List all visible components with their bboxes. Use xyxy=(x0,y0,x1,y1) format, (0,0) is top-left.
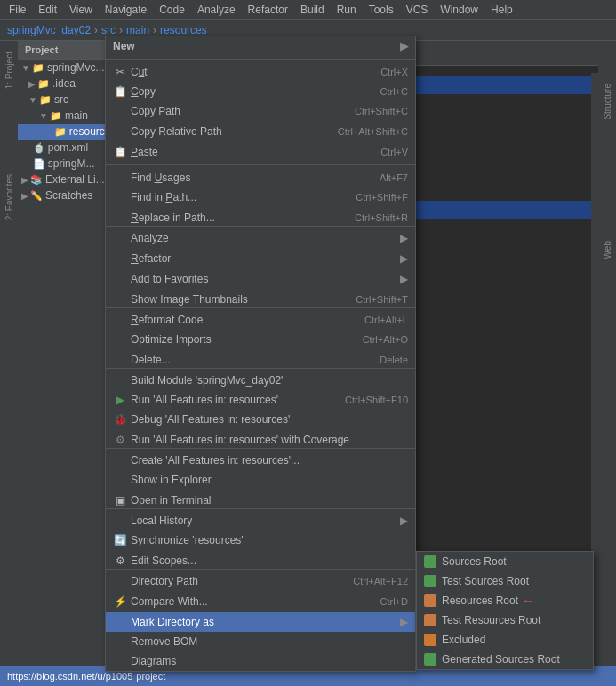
menu-item-run-coverage[interactable]: ⚙ Run 'All Features in: resources' with … xyxy=(106,429,415,449)
menu-item-compare[interactable]: ⚡ Compare With... Ctrl+D xyxy=(106,591,415,610)
menu-refactor[interactable]: Refactor xyxy=(243,2,293,18)
menu-label: Reformat Code xyxy=(131,314,347,326)
menu-item-create[interactable]: Create 'All Features in: resources'... xyxy=(106,451,415,470)
path-segment-1[interactable]: springMvc_day02 xyxy=(7,24,91,36)
menu-item-mark-directory[interactable]: Mark Directory as ▶ xyxy=(106,612,415,632)
menu-item-replace-in-path[interactable]: Replace in Path... Ctrl+Shift+R xyxy=(106,207,415,227)
menubar: File Edit View Navigate Code Analyze Ref… xyxy=(0,0,616,20)
menu-item-edit-scopes[interactable]: ⚙ Edit Scopes... xyxy=(106,550,415,570)
arrow-indicator-icon: ← xyxy=(522,594,534,608)
menu-item-cut[interactable]: ✂ Cut Ctrl+X xyxy=(106,62,415,82)
menu-item-directory-path[interactable]: Directory Path Ctrl+Alt+F12 xyxy=(106,571,415,591)
test-resources-icon xyxy=(424,614,436,626)
submenu-label: Test Sources Root xyxy=(442,575,529,587)
menu-item-local-history[interactable]: Local History ▶ xyxy=(106,511,415,530)
menu-shortcut: Ctrl+V xyxy=(380,147,408,157)
menu-label: Remove BOM xyxy=(131,635,408,648)
tree-arrow: ▼ xyxy=(28,95,37,105)
menu-item-add-favorites[interactable]: Add to Favorites ▶ xyxy=(106,269,415,289)
path-segment-4[interactable]: resources xyxy=(160,24,207,36)
menu-item-show-thumbnails[interactable]: Show Image Thumbnails Ctrl+Shift+T xyxy=(106,289,415,308)
menu-item-find-usages[interactable]: Find Usages Alt+F7 xyxy=(106,168,415,187)
menu-label: Build Module 'springMvc_day02' xyxy=(131,374,408,387)
menu-navigate[interactable]: Navigate xyxy=(100,2,152,18)
right-side-tabs: Structure Web xyxy=(598,41,616,686)
menu-item-optimize[interactable]: Optimize Imports Ctrl+Alt+O xyxy=(106,330,415,349)
left-tab-favorites[interactable]: 2: Favorites xyxy=(3,167,16,227)
menu-analyze[interactable]: Analyze xyxy=(192,2,241,18)
submenu-item-test-resources-root[interactable]: Test Resources Root xyxy=(417,610,593,630)
menu-label: Edit Scopes... xyxy=(131,554,408,567)
menu-item-build-module[interactable]: Build Module 'springMvc_day02' xyxy=(106,371,415,390)
status-suffix: project xyxy=(136,671,165,682)
menu-shortcut: Ctrl+Alt+Shift+C xyxy=(338,126,408,137)
menu-shortcut: Ctrl+Shift+C xyxy=(355,106,408,116)
menu-item-refactor[interactable]: Refactor ▶ xyxy=(106,248,415,267)
sources-root-icon xyxy=(424,555,436,568)
menu-item-diagrams[interactable]: Diagrams xyxy=(106,651,415,671)
menu-shortcut: Ctrl+C xyxy=(380,86,408,97)
menu-item-remove-bom[interactable]: Remove BOM xyxy=(106,632,415,651)
menu-item-copy-relative[interactable]: Copy Relative Path Ctrl+Alt+Shift+C xyxy=(106,121,415,140)
tree-icon: ✏️ xyxy=(30,190,43,202)
submenu-item-sources-root[interactable]: Sources Root xyxy=(417,552,593,571)
menu-item-analyze[interactable]: Analyze ▶ xyxy=(106,228,415,248)
tree-label: pom.xml xyxy=(48,141,88,154)
left-tab-project[interactable]: 1: Project xyxy=(3,44,16,96)
generated-sources-icon xyxy=(424,653,436,666)
menu-shortcut: Ctrl+Shift+F xyxy=(356,192,408,203)
menu-shortcut: Alt+F7 xyxy=(380,172,408,183)
menu-help[interactable]: Help xyxy=(485,2,518,18)
menu-code[interactable]: Code xyxy=(154,2,190,18)
menu-item-reformat[interactable]: Reformat Code Ctrl+Alt+L xyxy=(106,310,415,330)
path-segment-3[interactable]: main xyxy=(126,24,149,36)
path-segment-2[interactable]: src xyxy=(101,24,116,36)
menu-shortcut: Ctrl+X xyxy=(380,67,408,77)
tree-arrow: ▶ xyxy=(28,79,36,89)
menu-item-copy-path[interactable]: Copy Path Ctrl+Shift+C xyxy=(106,101,415,121)
menu-arrow-icon: ▶ xyxy=(400,40,408,52)
menu-item-show-explorer[interactable]: Show in Explorer xyxy=(106,470,415,490)
menu-item-debug[interactable]: 🐞 Debug 'All Features in: resources' xyxy=(106,410,415,429)
right-tab-structure[interactable]: Structure xyxy=(601,76,614,127)
submenu-item-resources-root[interactable]: Resources Root ← xyxy=(417,591,593,610)
menu-item-copy[interactable]: 📋 Copy Ctrl+C xyxy=(106,82,415,101)
sync-icon: 🔄 xyxy=(113,534,127,546)
menu-item-paste[interactable]: 📋 Paste Ctrl+V xyxy=(106,142,415,162)
menu-tools[interactable]: Tools xyxy=(364,2,399,18)
menu-file[interactable]: File xyxy=(4,2,31,18)
tree-icon: 📁 xyxy=(50,110,62,122)
menu-item-sync[interactable]: 🔄 Synchronize 'resources' xyxy=(106,530,415,550)
menu-run[interactable]: Run xyxy=(332,2,362,18)
tree-label: External Li... xyxy=(45,173,105,186)
menu-item-delete[interactable]: Delete... Delete xyxy=(106,349,415,369)
menu-label: Copy Path xyxy=(131,105,337,117)
menu-item-new[interactable]: New ▶ xyxy=(106,36,415,56)
menu-item-open-terminal[interactable]: ▣ Open in Terminal xyxy=(106,490,415,509)
menu-item-run[interactable]: ▶ Run 'All Features in: resources' Ctrl+… xyxy=(106,390,415,410)
menu-label: Diagrams xyxy=(131,655,408,667)
menu-label: Run 'All Features in: resources' xyxy=(131,394,327,406)
menu-view[interactable]: View xyxy=(64,2,98,18)
submenu-item-test-sources-root[interactable]: Test Sources Root xyxy=(417,571,593,591)
menu-label: Find in Path... xyxy=(131,191,338,203)
menu-shortcut: Ctrl+Alt+O xyxy=(363,334,408,345)
menu-build[interactable]: Build xyxy=(295,2,330,18)
submenu-label: Excluded xyxy=(442,634,485,646)
submenu-item-generated-sources-root[interactable]: Generated Sources Root xyxy=(417,650,593,669)
menu-label: Compare With... xyxy=(131,595,363,608)
scope-icon: ⚙ xyxy=(113,554,127,567)
menu-label: Find Usages xyxy=(131,172,362,184)
menu-window[interactable]: Window xyxy=(435,2,484,18)
menu-vcs[interactable]: VCS xyxy=(401,2,434,18)
submenu-item-excluded[interactable]: Excluded xyxy=(417,630,593,650)
menu-edit[interactable]: Edit xyxy=(33,2,62,18)
submenu-label: Generated Sources Root xyxy=(442,653,560,666)
menu-shortcut: Ctrl+Alt+L xyxy=(364,315,408,325)
right-tab-web[interactable]: Web xyxy=(601,234,614,266)
menu-label: Paste xyxy=(131,146,363,158)
menu-item-find-in-path[interactable]: Find in Path... Ctrl+Shift+F xyxy=(106,187,415,207)
tree-icon: 📁 xyxy=(54,126,67,138)
run-icon: ▶ xyxy=(113,394,127,406)
tree-label: springMvc... xyxy=(47,61,105,74)
